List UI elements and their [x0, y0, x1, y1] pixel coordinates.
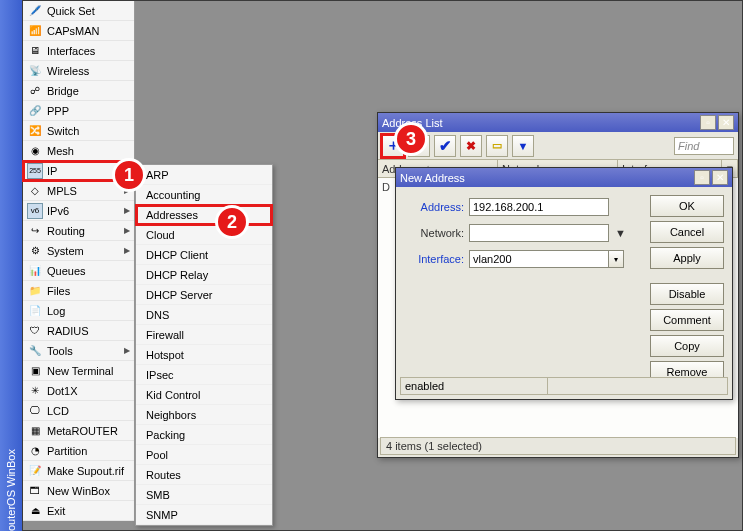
ppp-icon: 🔗 — [27, 103, 43, 119]
sidebar-item-lcd[interactable]: 🖵LCD — [23, 401, 134, 421]
disable-button[interactable]: ✖ — [460, 135, 482, 157]
folder-icon: 📁 — [27, 283, 43, 299]
submenu-dhcp-client[interactable]: DHCP Client — [136, 245, 272, 265]
sidebar-item-label: Bridge — [47, 85, 79, 97]
callout-badge-1: 1 — [112, 158, 146, 192]
sidebar-item-label: Quick Set — [47, 5, 95, 17]
submenu-label: DHCP Relay — [146, 269, 208, 281]
enable-button[interactable]: ✔ — [434, 135, 456, 157]
sidebar-item-interfaces[interactable]: 🖥Interfaces — [23, 41, 134, 61]
sidebar-item-capsman[interactable]: 📶CAPsMAN — [23, 21, 134, 41]
winbox-icon: 🗔 — [27, 483, 43, 499]
routing-icon: ↪ — [27, 223, 43, 239]
status-enabled: enabled — [400, 377, 548, 395]
submenu-pool[interactable]: Pool — [136, 445, 272, 465]
submenu-label: Hotspot — [146, 349, 184, 361]
minimize-button[interactable]: ▫ — [694, 170, 710, 185]
app-vertical-title: outerOS WinBox — [0, 0, 22, 531]
submenu-label: Neighbors — [146, 409, 196, 421]
address-input[interactable]: 192.168.200.1 — [469, 198, 609, 216]
close-button[interactable]: ✕ — [712, 170, 728, 185]
sidebar-item-mesh[interactable]: ◉Mesh — [23, 141, 134, 161]
cancel-button[interactable]: Cancel — [650, 221, 724, 243]
sidebar-item-system[interactable]: ⚙System▶ — [23, 241, 134, 261]
supout-icon: 📝 — [27, 463, 43, 479]
sidebar-item-ipv6[interactable]: v6IPv6▶ — [23, 201, 134, 221]
sidebar-item-log[interactable]: 📄Log — [23, 301, 134, 321]
sidebar-item-label: Interfaces — [47, 45, 95, 57]
ok-button[interactable]: OK — [650, 195, 724, 217]
ipv6-icon: v6 — [27, 203, 43, 219]
sidebar-item-wireless[interactable]: 📡Wireless — [23, 61, 134, 81]
comment-button[interactable]: Comment — [650, 309, 724, 331]
sidebar-item-label: IPv6 — [47, 205, 69, 217]
sidebar-item-queues[interactable]: 📊Queues — [23, 261, 134, 281]
address-list-status: 4 items (1 selected) — [380, 437, 736, 455]
submenu-accounting[interactable]: Accounting — [136, 185, 272, 205]
sidebar-item-label: Files — [47, 285, 70, 297]
comment-button[interactable]: ▭ — [486, 135, 508, 157]
sidebar-item-quickset[interactable]: 🖊️Quick Set — [23, 1, 134, 21]
submenu-kid[interactable]: Kid Control — [136, 385, 272, 405]
sidebar-item-routing[interactable]: ↪Routing▶ — [23, 221, 134, 241]
queues-icon: 📊 — [27, 263, 43, 279]
apply-button[interactable]: Apply — [650, 247, 724, 269]
sidebar-item-label: Partition — [47, 445, 87, 457]
dropdown-button[interactable]: ▾ — [609, 250, 624, 268]
interface-select[interactable]: vlan200 — [469, 250, 609, 268]
sidebar-item-label: Exit — [47, 505, 65, 517]
close-button[interactable]: ✕ — [718, 115, 734, 130]
sidebar-item-label: RADIUS — [47, 325, 89, 337]
capsman-icon: 📶 — [27, 23, 43, 39]
new-address-titlebar[interactable]: New Address ▫ ✕ — [396, 168, 732, 187]
minimize-button[interactable]: ▫ — [700, 115, 716, 130]
sidebar-item-radius[interactable]: 🛡RADIUS — [23, 321, 134, 341]
copy-button[interactable]: Copy — [650, 335, 724, 357]
sidebar-item-label: Log — [47, 305, 65, 317]
sidebar-item-partition[interactable]: ◔Partition — [23, 441, 134, 461]
sidebar-item-metarouter[interactable]: ▦MetaROUTER — [23, 421, 134, 441]
submenu-packing[interactable]: Packing — [136, 425, 272, 445]
sidebar-item-supout[interactable]: 📝Make Supout.rif — [23, 461, 134, 481]
submenu-cloud[interactable]: Cloud — [136, 225, 272, 245]
switch-icon: 🔀 — [27, 123, 43, 139]
submenu-neighbors[interactable]: Neighbors — [136, 405, 272, 425]
sidebar-item-terminal[interactable]: ▣New Terminal — [23, 361, 134, 381]
sidebar-item-newwinbox[interactable]: 🗔New WinBox — [23, 481, 134, 501]
mpls-icon: ◇ — [27, 183, 43, 199]
sidebar-item-switch[interactable]: 🔀Switch — [23, 121, 134, 141]
chevron-right-icon: ▶ — [124, 246, 130, 255]
sidebar-item-label: Queues — [47, 265, 86, 277]
sidebar-item-exit[interactable]: ⏏Exit — [23, 501, 134, 521]
address-list-titlebar[interactable]: Address List ▫ ✕ — [378, 113, 738, 132]
submenu-dhcp-server[interactable]: DHCP Server — [136, 285, 272, 305]
sidebar-item-bridge[interactable]: ☍Bridge — [23, 81, 134, 101]
sidebar-item-files[interactable]: 📁Files — [23, 281, 134, 301]
submenu-routes[interactable]: Routes — [136, 465, 272, 485]
filter-button[interactable]: ▼ — [512, 135, 534, 157]
wrench-icon: 🔧 — [27, 343, 43, 359]
disable-button[interactable]: Disable — [650, 283, 724, 305]
submenu-label: DHCP Client — [146, 249, 208, 261]
expand-down-icon[interactable]: ▼ — [613, 224, 628, 242]
submenu-label: ARP — [146, 169, 169, 181]
submenu-addresses[interactable]: Addresses — [136, 205, 272, 225]
chevron-right-icon: ▶ — [124, 206, 130, 215]
submenu-smb[interactable]: SMB — [136, 485, 272, 505]
callout-badge-2: 2 — [215, 205, 249, 239]
submenu-dhcp-relay[interactable]: DHCP Relay — [136, 265, 272, 285]
log-icon: 📄 — [27, 303, 43, 319]
address-list-toolbar: ＋ — ✔ ✖ ▭ ▼ Find — [378, 132, 738, 160]
submenu-label: Addresses — [146, 209, 198, 221]
sidebar-item-dot1x[interactable]: ✳Dot1X — [23, 381, 134, 401]
submenu-dns[interactable]: DNS — [136, 305, 272, 325]
submenu-snmp[interactable]: SNMP — [136, 505, 272, 525]
sidebar-item-ppp[interactable]: 🔗PPP — [23, 101, 134, 121]
submenu-ipsec[interactable]: IPsec — [136, 365, 272, 385]
network-input[interactable] — [469, 224, 609, 242]
submenu-hotspot[interactable]: Hotspot — [136, 345, 272, 365]
sidebar-item-tools[interactable]: 🔧Tools▶ — [23, 341, 134, 361]
find-input[interactable]: Find — [674, 137, 734, 155]
submenu-firewall[interactable]: Firewall — [136, 325, 272, 345]
submenu-arp[interactable]: ARP — [136, 165, 272, 185]
